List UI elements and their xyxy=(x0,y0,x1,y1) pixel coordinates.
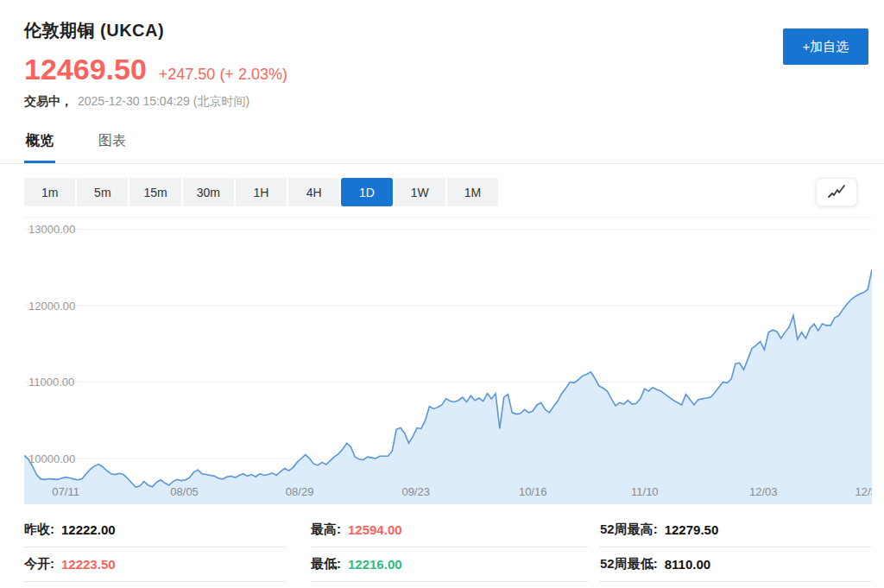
trading-status: 交易中， xyxy=(24,94,73,108)
price-area-fill xyxy=(24,269,872,504)
stat-row: 52周最低:8110.00 xyxy=(600,547,872,582)
range-4h[interactable]: 4H xyxy=(288,178,339,206)
x-tick-12-03: 12/03 xyxy=(749,485,778,498)
stat-label: 最高: xyxy=(311,522,341,538)
price-row: 12469.50 +247.50 (+ 2.03%) xyxy=(24,54,860,84)
range-15m[interactable]: 15m xyxy=(129,178,180,206)
x-tick-09-23: 09/23 xyxy=(401,485,430,498)
range-1m[interactable]: 1m xyxy=(24,178,75,206)
area-chart-canvas xyxy=(24,218,872,504)
stat-value: 12222.00 xyxy=(61,522,116,537)
stat-row: 昨收:12222.00 xyxy=(24,513,287,547)
x-tick-12-3: 12/3 xyxy=(855,485,872,498)
quote-page: 伦敦期铜 (UKCA) +加自选 12469.50 +247.50 (+ 2.0… xyxy=(0,0,884,588)
y-tick-11000: 11000.00 xyxy=(28,376,74,389)
page-title: 伦敦期铜 (UKCA) xyxy=(24,19,860,42)
price-chart[interactable]: 10000.0011000.0012000.0013000.00 07/1108… xyxy=(24,217,872,504)
stat-label: 52周最低: xyxy=(600,556,658,572)
range-1d[interactable]: 1D xyxy=(341,178,392,206)
x-tick-08-05: 08/05 xyxy=(170,485,199,498)
stat-value: 12279.50 xyxy=(665,522,719,537)
range-5m[interactable]: 5m xyxy=(77,178,128,206)
range-selector: 1m5m15m30m1H4H1D1W1M xyxy=(24,178,498,206)
stat-value: 12216.00 xyxy=(348,557,402,572)
last-price: 12469.50 xyxy=(24,54,147,84)
stat-value: 8110.00 xyxy=(665,557,710,572)
stats-grid: 昨收:12222.00今开:12223.50最高:12594.00最低:1221… xyxy=(24,513,872,582)
quote-header: 伦敦期铜 (UKCA) +加自选 12469.50 +247.50 (+ 2.0… xyxy=(0,0,884,110)
stat-label: 52周最高: xyxy=(600,522,658,538)
y-tick-12000: 12000.00 xyxy=(28,299,75,312)
x-tick-11-10: 11/10 xyxy=(631,485,659,498)
status-row: 交易中， 2025-12-30 15:04:29 (北京时间) xyxy=(24,94,860,110)
stat-row: 最高:12594.00 xyxy=(311,513,589,547)
tab-bar: 概览图表 xyxy=(0,125,884,164)
x-tick-07-11: 07/11 xyxy=(52,485,79,498)
stat-value: 12223.50 xyxy=(61,557,116,572)
tab-chart[interactable]: 图表 xyxy=(97,125,128,163)
range-30m[interactable]: 30m xyxy=(183,178,234,206)
y-tick-13000: 13000.00 xyxy=(28,223,75,236)
range-1mo[interactable]: 1M xyxy=(447,178,498,206)
stat-value: 12594.00 xyxy=(348,522,402,537)
stat-label: 昨收: xyxy=(24,522,54,538)
tab-overview[interactable]: 概览 xyxy=(24,125,55,163)
stat-label: 最低: xyxy=(311,556,341,572)
chart-toolbar: 1m5m15m30m1H4H1D1W1M xyxy=(24,178,860,206)
stat-label: 今开: xyxy=(24,556,54,572)
stat-column-3: 52周最高:12279.5052周最低:8110.00 xyxy=(600,513,872,582)
range-1h[interactable]: 1H xyxy=(236,178,287,206)
quote-timestamp: 2025-12-30 15:04:29 (北京时间) xyxy=(78,94,249,108)
y-tick-10000: 10000.00 xyxy=(28,452,75,465)
x-tick-10-16: 10/16 xyxy=(519,485,547,498)
range-1w[interactable]: 1W xyxy=(395,178,445,206)
add-watchlist-button[interactable]: +加自选 xyxy=(783,28,868,65)
x-tick-08-29: 08/29 xyxy=(286,485,314,498)
price-change: +247.50 (+ 2.03%) xyxy=(159,66,287,84)
stat-column-1: 昨收:12222.00今开:12223.50 xyxy=(24,513,287,582)
stat-row: 今开:12223.50 xyxy=(24,547,287,582)
stat-row: 52周最高:12279.50 xyxy=(600,513,872,547)
stat-column-2: 最高:12594.00最低:12216.00 xyxy=(311,513,589,582)
stat-row: 最低:12216.00 xyxy=(311,547,589,582)
chart-type-button[interactable] xyxy=(816,178,857,206)
trend-line-icon xyxy=(826,184,847,201)
